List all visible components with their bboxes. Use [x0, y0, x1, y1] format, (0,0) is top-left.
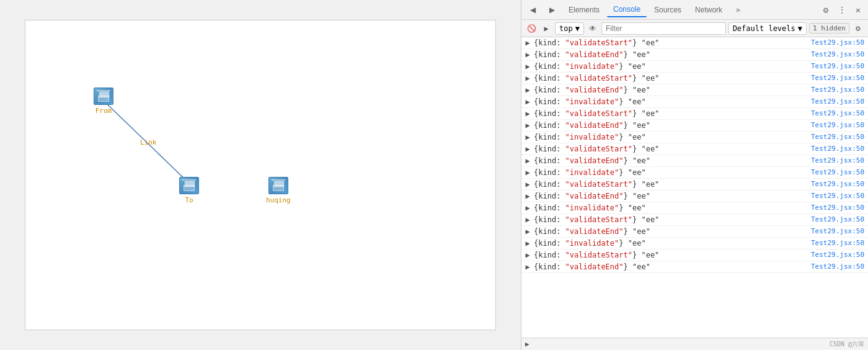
row-expand-arrow[interactable]: ▶	[523, 191, 533, 201]
table-row[interactable]: ▶ {kind: "invalidate"} "ee" Test29.jsx:5…	[521, 238, 868, 249]
tab-elements[interactable]: Elements	[562, 3, 606, 17]
row-source[interactable]: Test29.jsx:50	[811, 250, 868, 260]
node-from-label: From	[95, 107, 112, 115]
row-expand-arrow[interactable]: ▶	[523, 61, 533, 71]
row-source[interactable]: Test29.jsx:50	[811, 132, 868, 142]
row-expand-arrow[interactable]: ▶	[523, 250, 533, 260]
table-row[interactable]: ▶ {kind: "validateEnd"} "ee" Test29.jsx:…	[521, 120, 868, 132]
context-value: top	[559, 24, 573, 33]
row-expand-arrow[interactable]: ▶	[523, 238, 533, 248]
row-expand-arrow[interactable]: ▶	[523, 38, 533, 48]
table-row[interactable]: ▶ {kind: "invalidate"} "ee" Test29.jsx:5…	[521, 167, 868, 179]
table-row[interactable]: ▶ {kind: "validateStart"} "ee" Test29.js…	[521, 108, 868, 120]
clear-console-icon[interactable]: 🚫	[525, 22, 538, 35]
table-row[interactable]: ▶ {kind: "invalidate"} "ee" Test29.jsx:5…	[521, 96, 868, 108]
row-expand-arrow[interactable]: ▶	[523, 73, 533, 83]
row-expand-arrow[interactable]: ▶	[523, 168, 533, 177]
row-source[interactable]: Test29.jsx:50	[811, 109, 868, 119]
row-expand-arrow[interactable]: ▶	[523, 144, 533, 154]
node-huqing-icon	[268, 177, 288, 194]
execute-icon[interactable]: ▶	[540, 22, 552, 35]
row-source[interactable]: Test29.jsx:50	[811, 191, 868, 201]
table-row[interactable]: ▶ {kind: "validateEnd"} "ee" Test29.jsx:…	[521, 226, 868, 238]
default-levels-dropdown[interactable]: Default levels ▼	[728, 22, 807, 35]
table-row[interactable]: ▶ {kind: "validateStart"} "ee" Test29.js…	[521, 143, 868, 155]
row-source[interactable]: Test29.jsx:50	[811, 238, 868, 248]
row-source[interactable]: Test29.jsx:50	[811, 227, 868, 236]
table-row[interactable]: ▶ {kind: "invalidate"} "ee" Test29.jsx:5…	[521, 132, 868, 143]
row-expand-arrow[interactable]: ▶	[523, 203, 533, 213]
link-label: Link	[140, 138, 157, 146]
row-source[interactable]: Test29.jsx:50	[811, 179, 868, 189]
console-output[interactable]: ▶ {kind: "validateStart"} "ee" Test29.js…	[521, 37, 868, 338]
row-content: {kind: "invalidate"} "ee"	[533, 97, 811, 107]
eye-icon[interactable]: 👁	[587, 22, 599, 35]
row-source[interactable]: Test29.jsx:50	[811, 61, 868, 71]
tab-more[interactable]: »	[730, 3, 746, 17]
row-content: {kind: "validateEnd"} "ee"	[533, 85, 811, 95]
tab-btn-prev[interactable]: ◀	[524, 3, 542, 17]
table-row[interactable]: ▶ {kind: "validateStart"} "ee" Test29.js…	[521, 179, 868, 191]
node-to[interactable]: To	[179, 177, 199, 204]
row-content: {kind: "validateStart"} "ee"	[533, 250, 811, 260]
filter-input[interactable]	[601, 22, 726, 35]
table-row[interactable]: ▶ {kind: "validateStart"} "ee" Test29.js…	[521, 249, 868, 261]
context-dropdown-icon: ▼	[575, 24, 580, 33]
tab-network[interactable]: Network	[689, 3, 728, 17]
more-tab-icon[interactable]: ⋮	[835, 2, 849, 17]
row-source[interactable]: Test29.jsx:50	[811, 120, 868, 130]
row-source[interactable]: Test29.jsx:50	[811, 262, 868, 272]
row-source[interactable]: Test29.jsx:50	[811, 50, 868, 60]
row-source[interactable]: Test29.jsx:50	[811, 38, 868, 48]
watermark: CSDN @六哥	[830, 340, 864, 349]
row-source[interactable]: Test29.jsx:50	[811, 144, 868, 154]
devtools-panel: ◀ ▶ Elements Console Sources Network » ⚙…	[521, 0, 868, 350]
row-content: {kind: "invalidate"} "ee"	[533, 238, 811, 248]
row-expand-arrow[interactable]: ▶	[523, 132, 533, 142]
diagram-svg	[25, 20, 495, 330]
row-expand-arrow[interactable]: ▶	[523, 179, 533, 189]
console-input-arrow[interactable]: ▶	[525, 340, 529, 348]
row-expand-arrow[interactable]: ▶	[523, 85, 533, 95]
row-expand-arrow[interactable]: ▶	[523, 120, 533, 130]
tab-console[interactable]: Console	[607, 2, 647, 17]
table-row[interactable]: ▶ {kind: "validateEnd"} "ee" Test29.jsx:…	[521, 84, 868, 96]
table-row[interactable]: ▶ {kind: "validateStart"} "ee" Test29.js…	[521, 37, 868, 49]
row-source[interactable]: Test29.jsx:50	[811, 168, 868, 177]
table-row[interactable]: ▶ {kind: "validateEnd"} "ee" Test29.jsx:…	[521, 49, 868, 61]
node-huqing[interactable]: huqing	[266, 177, 291, 204]
row-source[interactable]: Test29.jsx:50	[811, 85, 868, 95]
hidden-count-badge: 1 hidden	[809, 23, 849, 34]
diagram-canvas-panel: From To huqing Link	[0, 0, 521, 350]
table-row[interactable]: ▶ {kind: "validateEnd"} "ee" Test29.jsx:…	[521, 261, 868, 273]
canvas-area[interactable]: From To huqing Link	[25, 20, 496, 330]
table-row[interactable]: ▶ {kind: "validateStart"} "ee" Test29.js…	[521, 73, 868, 84]
row-source[interactable]: Test29.jsx:50	[811, 97, 868, 107]
console-settings-icon[interactable]: ⚙	[852, 22, 864, 35]
tab-btn-forward[interactable]: ▶	[543, 3, 561, 17]
console-toolbar: 🚫 ▶ top ▼ 👁 Default levels ▼ 1 hidden ⚙	[521, 20, 868, 37]
settings-tab-icon[interactable]: ⚙	[818, 2, 833, 17]
row-source[interactable]: Test29.jsx:50	[811, 73, 868, 83]
table-row[interactable]: ▶ {kind: "invalidate"} "ee" Test29.jsx:5…	[521, 202, 868, 214]
node-from[interactable]: From	[94, 88, 113, 115]
row-expand-arrow[interactable]: ▶	[523, 262, 533, 272]
default-levels-label: Default levels	[733, 24, 795, 33]
context-selector[interactable]: top ▼	[555, 22, 584, 35]
row-expand-arrow[interactable]: ▶	[523, 97, 533, 107]
table-row[interactable]: ▶ {kind: "validateEnd"} "ee" Test29.jsx:…	[521, 191, 868, 202]
row-expand-arrow[interactable]: ▶	[523, 50, 533, 60]
table-row[interactable]: ▶ {kind: "invalidate"} "ee" Test29.jsx:5…	[521, 61, 868, 73]
table-row[interactable]: ▶ {kind: "validateEnd"} "ee" Test29.jsx:…	[521, 155, 868, 167]
row-expand-arrow[interactable]: ▶	[523, 227, 533, 236]
row-source[interactable]: Test29.jsx:50	[811, 156, 868, 166]
row-source[interactable]: Test29.jsx:50	[811, 203, 868, 213]
table-row[interactable]: ▶ {kind: "validateStart"} "ee" Test29.js…	[521, 214, 868, 226]
row-expand-arrow[interactable]: ▶	[523, 109, 533, 119]
close-tab-icon[interactable]: ✕	[851, 2, 866, 17]
row-expand-arrow[interactable]: ▶	[523, 156, 533, 166]
tab-sources[interactable]: Sources	[648, 3, 688, 17]
row-content: {kind: "validateStart"} "ee"	[533, 73, 811, 83]
row-source[interactable]: Test29.jsx:50	[811, 215, 868, 225]
row-expand-arrow[interactable]: ▶	[523, 215, 533, 225]
